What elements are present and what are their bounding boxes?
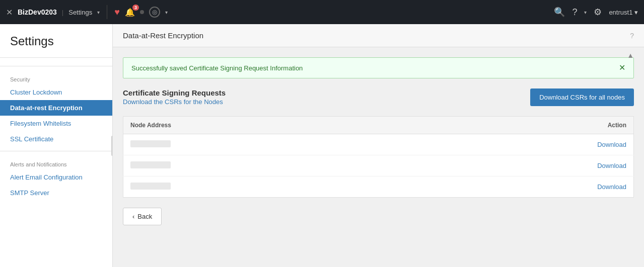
circle-icon[interactable]: ◎	[149, 7, 160, 18]
node-table: Node Address Action DownloadDownloadDown…	[123, 116, 634, 198]
alert-message: Successfully saved Certificate Signing R…	[131, 64, 303, 72]
help-dropdown-icon[interactable]: ▾	[584, 10, 587, 15]
settings-dropdown-icon[interactable]: ▾	[97, 10, 100, 15]
node-address-cell	[123, 134, 409, 155]
col-action: Action	[408, 117, 633, 134]
content-header: Data-at-Rest Encryption ?	[113, 24, 644, 47]
user-label: entrust1	[609, 9, 632, 16]
sidebar-section-security: Security	[0, 70, 112, 84]
content-area: Data-at-Rest Encryption ? ▲ Successfully…	[113, 24, 644, 267]
content-body: ▲ Successfully saved Certificate Signing…	[113, 47, 644, 267]
csr-title: Certificate Signing Requests	[123, 88, 226, 97]
download-link[interactable]: Download	[597, 141, 626, 148]
close-icon[interactable]: ✕	[6, 8, 13, 17]
circle-dropdown-icon[interactable]: ▾	[165, 10, 168, 15]
node-address-cell	[123, 155, 409, 176]
sidebar-title: Settings	[0, 24, 112, 53]
status-dot	[140, 10, 144, 14]
action-cell: Download	[408, 155, 633, 176]
node-address-placeholder	[130, 183, 171, 190]
csr-header: Certificate Signing Requests Download th…	[123, 88, 634, 106]
sidebar-item-smtp-server[interactable]: SMTP Server	[0, 185, 112, 201]
bell-badge: 3	[132, 5, 139, 11]
top-navbar: ✕ BizDev0203 | Settings ▾ ♥ 🔔 3 ◎ ▾ 🔍 ? …	[0, 0, 644, 24]
node-address-placeholder	[130, 140, 171, 147]
back-icon: ‹	[132, 213, 134, 220]
help-icon[interactable]: ?	[572, 7, 577, 18]
sidebar-item-filesystem-whitelists[interactable]: Filesystem Whitelists	[0, 116, 112, 131]
table-header-row: Node Address Action	[123, 117, 634, 134]
main-layout: Settings Security Cluster Lockdown Data-…	[0, 24, 644, 267]
scroll-up-button[interactable]: ▲	[627, 51, 634, 59]
search-icon[interactable]: 🔍	[554, 7, 565, 18]
sidebar-divider-2	[0, 66, 112, 66]
user-menu[interactable]: entrust1 ▾	[609, 9, 638, 16]
user-dropdown-icon[interactable]: ▾	[634, 9, 638, 16]
sidebar-item-alert-email-configuration[interactable]: Alert Email Configuration	[0, 169, 112, 185]
csr-subtitle: Download the CSRs for the Nodes	[123, 98, 226, 106]
action-cell: Download	[408, 134, 633, 155]
table-row: Download	[123, 176, 634, 198]
node-address-placeholder	[130, 161, 171, 168]
sidebar-divider-1	[0, 57, 112, 58]
download-all-csrs-button[interactable]: Download CSRs for all nodes	[530, 88, 634, 106]
action-cell: Download	[408, 176, 633, 198]
page-title: Data-at-Rest Encryption	[123, 31, 203, 40]
sidebar-item-data-at-rest-encryption[interactable]: Data-at-rest Encryption	[0, 100, 112, 116]
table-row: Download	[123, 134, 634, 155]
download-link[interactable]: Download	[597, 162, 626, 169]
sidebar-item-cluster-lockdown[interactable]: Cluster Lockdown	[0, 84, 112, 100]
nav-separator: |	[62, 9, 63, 16]
sidebar-section-alerts: Alerts and Notifications	[0, 155, 112, 169]
table-row: Download	[123, 155, 634, 176]
download-link[interactable]: Download	[597, 183, 626, 191]
sidebar-divider-3	[0, 151, 112, 151]
nav-divider	[107, 5, 107, 19]
gear-icon[interactable]: ⚙	[594, 7, 602, 18]
back-label: Back	[137, 213, 152, 220]
sidebar: Settings Security Cluster Lockdown Data-…	[0, 24, 113, 267]
alert-close-button[interactable]: ✕	[619, 64, 625, 72]
heart-icon[interactable]: ♥	[114, 7, 120, 18]
settings-nav-label[interactable]: Settings	[68, 9, 92, 16]
csr-section: Certificate Signing Requests Download th…	[123, 88, 634, 106]
back-button[interactable]: ‹ Back	[123, 208, 162, 225]
sidebar-item-ssl-certificate[interactable]: SSL Certificate	[0, 131, 112, 147]
node-address-cell	[123, 176, 409, 198]
app-title: BizDev0203	[18, 8, 57, 16]
success-alert: Successfully saved Certificate Signing R…	[123, 57, 634, 78]
bell-icon[interactable]: 🔔 3	[125, 8, 135, 17]
header-help-icon[interactable]: ?	[630, 32, 634, 40]
col-node-address: Node Address	[123, 117, 409, 134]
